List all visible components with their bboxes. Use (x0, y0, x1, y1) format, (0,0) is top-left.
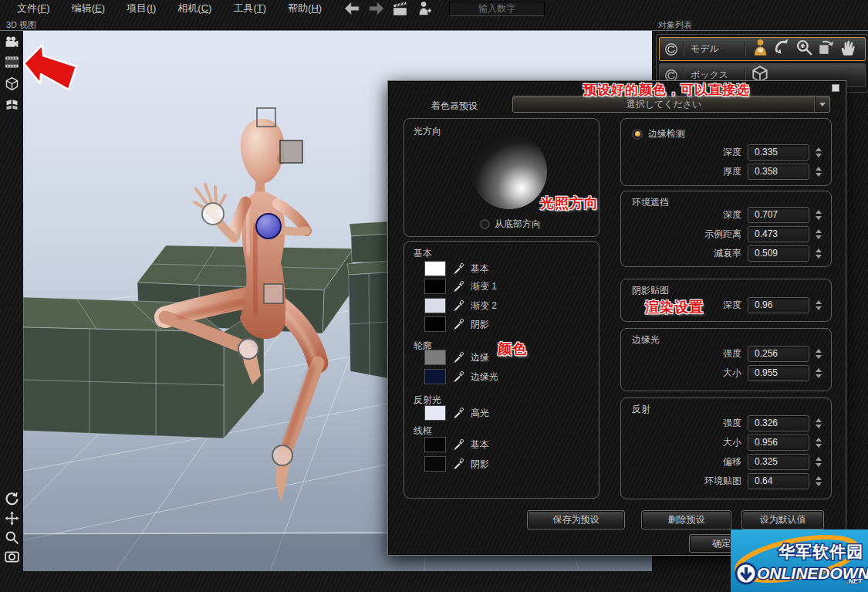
param-value-input[interactable]: 0.509 (748, 245, 809, 262)
menu-edit[interactable]: 编辑(E) (72, 2, 105, 15)
param-value-input[interactable]: 0.473 (748, 226, 809, 242)
watermark-tld-text: .NET (846, 577, 863, 585)
stepper[interactable] (816, 300, 822, 310)
zoom-view-icon[interactable] (4, 529, 20, 546)
cube-tool-icon[interactable] (4, 76, 20, 92)
color-swatch[interactable] (424, 298, 446, 313)
menu-project[interactable]: 项目(I) (127, 2, 156, 15)
radio-icon[interactable] (480, 219, 490, 229)
panels-tool-icon[interactable] (4, 96, 20, 112)
eyedropper-icon[interactable] (452, 262, 464, 275)
handle-sphere-chest[interactable] (256, 214, 281, 238)
stepper[interactable] (816, 476, 822, 486)
color-swatch[interactable] (424, 456, 446, 472)
shader-preset-dialog: 着色器预设 選択してください 光方向 从底部方向 基本 基本 渐变 1 渐变 2 (387, 80, 846, 556)
filmstrip-tool-icon[interactable] (4, 54, 20, 70)
stepper[interactable] (816, 147, 822, 157)
rotate-view-icon[interactable] (4, 491, 20, 507)
color-swatch[interactable] (424, 279, 446, 294)
undo-back-icon[interactable] (343, 2, 360, 15)
rotate-tool-icon[interactable] (773, 38, 792, 60)
edge-light-section: 边缘光 强度 0.256 大小 0.955 (620, 328, 832, 391)
object-row-model[interactable]: モデル (659, 37, 866, 61)
param-value-input[interactable]: 0.335 (748, 144, 809, 161)
eyedropper-icon[interactable] (452, 280, 464, 293)
color-swatch[interactable] (424, 316, 446, 332)
light-from-bottom-option[interactable]: 从底部方向 (480, 218, 541, 231)
delete-preset-button[interactable]: 删除预设 (642, 511, 731, 529)
set-default-button[interactable]: 设为默认值 (742, 511, 823, 529)
color-swatch[interactable] (424, 261, 446, 276)
stepper[interactable] (816, 368, 822, 378)
handle-circle-ankle-bent[interactable] (238, 339, 258, 359)
param-value-input[interactable]: 0.325 (748, 454, 809, 470)
param-label: 深度 (723, 208, 741, 222)
param-label: 厚度 (723, 165, 741, 178)
eyedropper-icon[interactable] (452, 299, 464, 312)
eyedropper-icon[interactable] (452, 407, 464, 419)
tab-3d-view[interactable]: 3D 视图 (6, 19, 36, 31)
param-value-input[interactable]: 0.956 (748, 435, 809, 451)
eyedropper-icon[interactable] (452, 318, 464, 330)
eyedropper-icon[interactable] (452, 351, 464, 364)
chevron-down-icon[interactable] (815, 96, 829, 112)
redo-forward-icon[interactable] (368, 2, 385, 15)
pan-view-icon[interactable] (4, 510, 20, 526)
stepper[interactable] (816, 167, 822, 177)
camera-tool-icon[interactable] (4, 35, 20, 51)
close-icon[interactable] (832, 84, 839, 92)
menu-file[interactable]: 文件(F) (17, 2, 50, 15)
stepper[interactable] (816, 210, 822, 220)
eyedropper-icon[interactable] (452, 458, 464, 470)
transform-tool-icon[interactable] (816, 38, 836, 60)
param-value-input[interactable]: 0.358 (748, 164, 809, 180)
frame-view-icon[interactable] (4, 549, 20, 565)
add-doll-icon[interactable] (417, 1, 432, 16)
object-list-title: 对象列表 (658, 19, 692, 31)
light-direction-sphere[interactable] (471, 134, 547, 209)
param-row: 环境贴图 0.64 (704, 474, 822, 489)
param-value-input[interactable]: 0.955 (748, 365, 809, 381)
color-swatch[interactable] (424, 405, 446, 421)
save-preset-button[interactable]: 保存为预设 (528, 511, 624, 529)
eyedropper-icon[interactable] (452, 438, 464, 451)
handle-circle-wrist[interactable] (202, 203, 224, 225)
color-label: 边缘 (471, 351, 489, 364)
zoom-tool-icon[interactable] (795, 38, 814, 60)
eyedropper-icon[interactable] (452, 370, 464, 383)
handle-square-forehead[interactable] (280, 140, 302, 163)
stepper[interactable] (816, 229, 822, 239)
hand-tool-icon[interactable] (838, 38, 858, 61)
color-row: 基本 (424, 436, 489, 453)
stepper[interactable] (816, 349, 822, 359)
model-select-tool-icon[interactable] (750, 38, 771, 61)
color-swatch[interactable] (424, 369, 446, 384)
stepper[interactable] (816, 457, 822, 467)
edge-detect-toggle[interactable]: 边缘检测 (632, 127, 685, 140)
stepper[interactable] (816, 249, 822, 259)
param-value-input[interactable]: 0.256 (748, 346, 809, 362)
menu-tools[interactable]: 工具(T) (233, 2, 266, 15)
param-value-input[interactable]: 0.326 (748, 415, 809, 431)
edge-detect-section: 边缘检测 深度 0.335 厚度 0.358 (620, 118, 832, 186)
color-row: 渐变 2 (424, 297, 497, 314)
box-right-small[interactable] (350, 222, 387, 262)
visibility-cycle-icon[interactable] (660, 42, 684, 56)
radio-on-icon[interactable] (632, 129, 643, 140)
param-label: 大小 (723, 367, 741, 380)
menu-help[interactable]: 帮助(H) (288, 2, 322, 15)
color-swatch[interactable] (424, 437, 446, 452)
param-value-input[interactable]: 0.707 (748, 207, 809, 223)
handle-circle-ankle-stand[interactable] (272, 445, 292, 465)
box-right-tall[interactable] (347, 261, 387, 378)
clapperboard-icon[interactable] (393, 2, 409, 16)
handle-square-pelvis[interactable] (264, 284, 283, 303)
number-input[interactable] (449, 2, 545, 16)
stepper[interactable] (816, 418, 822, 428)
menu-camera[interactable]: 相机(C) (177, 2, 211, 15)
stepper[interactable] (816, 438, 822, 448)
param-value-input[interactable]: 0.64 (748, 473, 809, 489)
color-swatch[interactable] (424, 350, 446, 365)
color-row: 边缘光 (424, 368, 498, 385)
param-value-input[interactable]: 0.96 (748, 297, 809, 313)
